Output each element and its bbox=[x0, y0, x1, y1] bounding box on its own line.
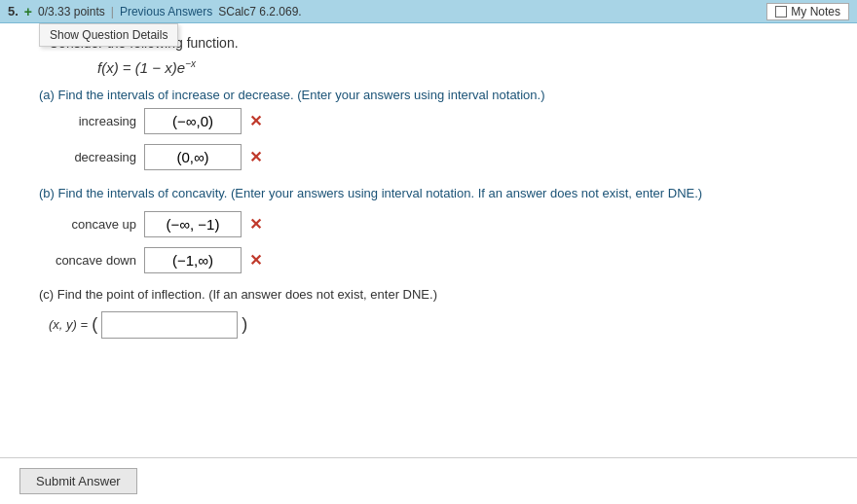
part-a-text: (a) Find the intervals of increase or de… bbox=[39, 88, 545, 102]
open-paren: ( bbox=[92, 314, 97, 335]
concave-down-row: concave down (−1,∞) ✕ bbox=[49, 247, 838, 273]
part-b-label: (b) Find the intervals of concavity. (En… bbox=[39, 184, 838, 203]
inflection-row: (x, y) = ( ) bbox=[49, 311, 838, 339]
concave-up-row: concave up (−∞, −1) ✕ bbox=[49, 211, 838, 237]
my-notes-button[interactable]: My Notes bbox=[766, 3, 849, 20]
function-display: f(x) = (1 − x)e−x bbox=[97, 58, 838, 76]
increasing-label: increasing bbox=[49, 114, 136, 128]
my-notes-label: My Notes bbox=[791, 5, 840, 18]
close-paren: ) bbox=[242, 314, 247, 335]
submit-answer-button[interactable]: Submit Answer bbox=[19, 468, 137, 494]
previous-answers-link[interactable]: Previous Answers bbox=[120, 5, 212, 18]
increasing-answer-box: (−∞,0) bbox=[144, 108, 242, 134]
part-b-section: (b) Find the intervals of concavity. (En… bbox=[39, 184, 838, 273]
increasing-value: (−∞,0) bbox=[172, 113, 213, 129]
top-bar-left: 5. + 0/3.33 points | Previous Answers SC… bbox=[8, 4, 766, 19]
inflection-coord-label: (x, y) = bbox=[49, 317, 88, 332]
show-details-label: Show Question Details bbox=[50, 28, 168, 42]
concave-down-value: (−1,∞) bbox=[172, 252, 213, 269]
top-bar: 5. + 0/3.33 points | Previous Answers SC… bbox=[0, 0, 857, 23]
concave-down-label: concave down bbox=[49, 253, 136, 268]
show-details-popup[interactable]: Show Question Details bbox=[39, 23, 178, 47]
concave-up-label: concave up bbox=[49, 217, 136, 232]
points-plus-icon: + bbox=[24, 4, 32, 19]
part-a-section: (a) Find the intervals of increase or de… bbox=[39, 88, 838, 170]
concave-up-answer-box: (−∞, −1) bbox=[144, 211, 242, 237]
points-display: 0/3.33 points bbox=[38, 5, 105, 18]
function-label: f(x) = (1 − x)e−x bbox=[97, 59, 196, 76]
decreasing-value: (0,∞) bbox=[176, 149, 208, 165]
concave-up-error-mark: ✕ bbox=[249, 215, 262, 234]
part-c-label: (c) Find the point of inflection. (If an… bbox=[39, 287, 838, 302]
concave-down-error-mark: ✕ bbox=[249, 251, 262, 270]
bottom-bar: Submit Answer bbox=[0, 457, 857, 504]
part-a-label: (a) Find the intervals of increase or de… bbox=[39, 88, 838, 102]
inflection-input[interactable] bbox=[101, 311, 238, 339]
decreasing-label: decreasing bbox=[49, 150, 136, 164]
part-c-section: (c) Find the point of inflection. (If an… bbox=[39, 287, 838, 339]
divider: | bbox=[111, 5, 114, 18]
notes-checkbox-icon bbox=[775, 6, 787, 18]
main-content: Consider the following function. f(x) = … bbox=[0, 23, 857, 362]
increasing-error-mark: ✕ bbox=[249, 112, 262, 130]
decreasing-row: decreasing (0,∞) ✕ bbox=[49, 144, 838, 170]
decreasing-answer-box: (0,∞) bbox=[144, 144, 242, 170]
source-text: SCalc7 6.2.069. bbox=[218, 5, 301, 18]
concave-up-value: (−∞, −1) bbox=[167, 216, 220, 233]
increasing-row: increasing (−∞,0) ✕ bbox=[49, 108, 838, 134]
question-number: 5. bbox=[8, 4, 19, 18]
concave-down-answer-box: (−1,∞) bbox=[144, 247, 242, 273]
decreasing-error-mark: ✕ bbox=[249, 148, 262, 166]
